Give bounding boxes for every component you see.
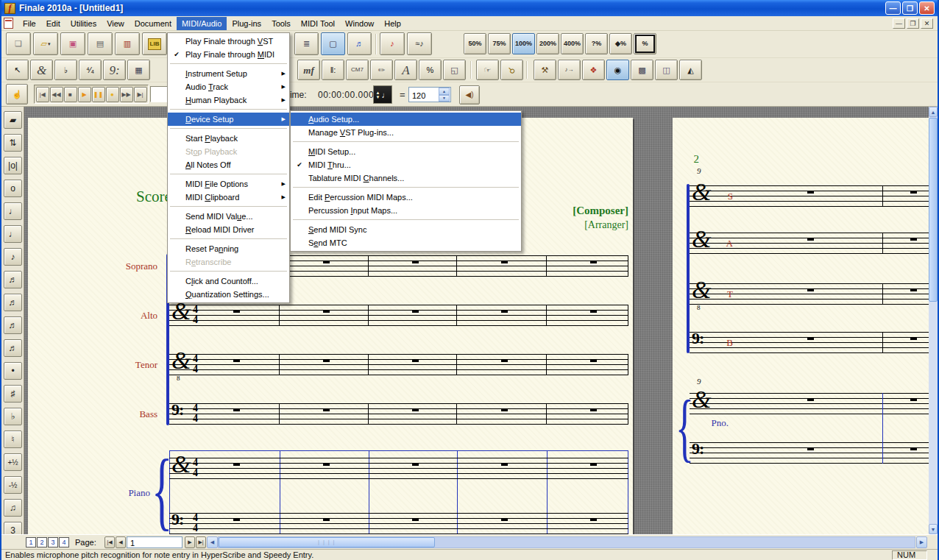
- text-tool[interactable]: A: [394, 60, 417, 80]
- half-note-button[interactable]: ♩: [4, 202, 22, 220]
- menu-item-human-playback[interactable]: Human Playback▶: [168, 93, 289, 107]
- pause-button[interactable]: ❚❚: [92, 87, 105, 102]
- submenu-item-tablature-midi-channels[interactable]: Tablature MIDI Channels...: [291, 171, 521, 185]
- mdi-restore-button[interactable]: ❐: [907, 18, 919, 29]
- flat-button[interactable]: ♭: [4, 408, 22, 425]
- new-document-button[interactable]: ❏: [6, 32, 31, 55]
- menubar-item-midi-audio[interactable]: MIDI/Audio: [177, 17, 227, 30]
- hand-grabber-tool[interactable]: ☞: [476, 60, 499, 80]
- eraser-button[interactable]: ▰: [4, 111, 22, 129]
- zoom-tool[interactable]: ⚲: [500, 60, 523, 80]
- key-signature-tool[interactable]: ♭: [54, 60, 77, 80]
- print-button[interactable]: ▤: [88, 32, 113, 55]
- hscroll-right-button[interactable]: ▶: [916, 536, 927, 548]
- menu-item-reload-midi-driver[interactable]: Reload MIDI Driver: [168, 223, 289, 236]
- vertical-scrollbar[interactable]: ▲ ▼: [929, 107, 938, 534]
- zoom-100-button[interactable]: 100%: [512, 33, 535, 54]
- whole-note-button[interactable]: o: [4, 180, 22, 197]
- speaker-button[interactable]: ◀): [459, 85, 480, 104]
- save-button[interactable]: ▣: [60, 32, 85, 55]
- repitch-button[interactable]: ⇅: [4, 134, 22, 152]
- hscroll-left-button[interactable]: ◀: [207, 536, 218, 548]
- previous-page-button[interactable]: ◀: [116, 536, 126, 548]
- menubar-item-edit[interactable]: Edit: [41, 17, 65, 30]
- menu-item-midi-clipboard[interactable]: MIDI Clipboard▶: [168, 191, 289, 204]
- page-layout-tool[interactable]: ◱: [443, 60, 466, 80]
- zoom-75-button[interactable]: 75%: [488, 33, 511, 54]
- quarter-note-button[interactable]: ♩: [4, 225, 22, 243]
- open-dropdown-caret-icon[interactable]: ▾: [48, 41, 51, 47]
- tempo-up-button[interactable]: ▲: [439, 88, 450, 95]
- fast-forward-button[interactable]: ▶▶: [120, 87, 133, 102]
- menubar-item-window[interactable]: Window: [340, 17, 379, 30]
- zoom-previous-button[interactable]: ◆%: [609, 33, 632, 54]
- tempo-note-arrows-icon[interactable]: ▲▼: [376, 91, 380, 99]
- menu-item-play-finale-through-vst[interactable]: Play Finale through VST: [168, 35, 289, 48]
- submenu-item-send-mtc[interactable]: Send MTC: [291, 236, 521, 249]
- clef-tool[interactable]: 9:: [103, 60, 126, 80]
- last-page-button[interactable]: ▶|: [196, 536, 206, 548]
- mdi-close-button[interactable]: ✕: [921, 18, 933, 29]
- hyperscribe-tool[interactable]: ☝: [6, 84, 28, 104]
- measure-tool[interactable]: ▦: [127, 60, 150, 80]
- tempo-tool[interactable]: ◭: [679, 60, 702, 80]
- first-page-button[interactable]: |◀: [104, 536, 115, 548]
- graphics-tool[interactable]: ❖: [582, 60, 605, 80]
- apply-human-playback-button[interactable]: ♪: [380, 32, 405, 55]
- menubar-item-tools[interactable]: Tools: [266, 17, 296, 30]
- chord-tool[interactable]: CM7: [346, 60, 369, 80]
- page-view-button[interactable]: ▢: [321, 32, 345, 55]
- zoom-200-button[interactable]: 200%: [536, 33, 559, 54]
- submenu-item-edit-percussion-midi-maps[interactable]: Edit Percussion MIDI Maps...: [291, 191, 521, 204]
- menu-item-all-notes-off[interactable]: All Notes Off: [168, 158, 289, 171]
- zoom-400-button[interactable]: 400%: [561, 33, 584, 54]
- tempo-input[interactable]: [409, 88, 439, 102]
- rewind-button[interactable]: ◀◀: [50, 87, 63, 102]
- move-to-start-button[interactable]: |◀: [36, 87, 49, 102]
- menubar-item-utilities[interactable]: Utilities: [65, 17, 102, 30]
- studio-view-button[interactable]: ♬: [347, 32, 372, 55]
- document-icon[interactable]: [4, 18, 13, 29]
- submenu-item-send-midi-sync[interactable]: Send MIDI Sync: [291, 223, 521, 236]
- submenu-item-audio-setup[interactable]: Audio Setup...: [291, 113, 521, 126]
- tie-button[interactable]: ♫: [4, 499, 22, 517]
- layer-button-1[interactable]: 1: [26, 537, 36, 547]
- library-button[interactable]: LIB: [142, 32, 167, 55]
- scroll-up-button[interactable]: ▲: [929, 107, 938, 117]
- lower-half-step-button[interactable]: -½: [4, 476, 22, 494]
- restore-button[interactable]: ❐: [902, 1, 918, 15]
- raise-half-step-button[interactable]: +½: [4, 453, 22, 471]
- staff-tool[interactable]: &: [30, 60, 53, 80]
- menu-item-retranscribe[interactable]: Retranscribe: [168, 255, 289, 269]
- scroll-down-button[interactable]: ▼: [929, 524, 938, 534]
- menu-item-audio-track[interactable]: Audio Track▶: [168, 80, 289, 93]
- submenu-item-midi-thru[interactable]: ✔MIDI Thru...: [291, 158, 521, 171]
- mirror-tool[interactable]: ◫: [655, 60, 678, 80]
- play-button[interactable]: ▶: [78, 87, 91, 102]
- submenu-item-manage-vst-plug-ins[interactable]: Manage VST Plug-ins...: [291, 126, 521, 139]
- scroll-view-button[interactable]: ≣: [294, 32, 319, 55]
- expression-tool[interactable]: mf: [297, 60, 320, 80]
- tuplet-button[interactable]: 3: [4, 522, 22, 534]
- hundred-twenty-eighth-note-button[interactable]: ♬: [4, 339, 22, 357]
- grace-note-button[interactable]: |o|: [4, 157, 22, 174]
- page-2[interactable]: 2 9 9 &S&A&8T9:B&9:{Pno.: [673, 118, 932, 534]
- layer-button-3[interactable]: 3: [48, 537, 58, 547]
- menu-item-send-midi-value[interactable]: Send MIDI Value...: [168, 210, 289, 223]
- record-button[interactable]: ●: [106, 87, 119, 102]
- submenu-item-percussion-input-maps[interactable]: Percussion Input Maps...: [291, 204, 521, 217]
- zoom-custom-button[interactable]: ?%: [585, 33, 608, 54]
- eighth-note-button[interactable]: ♪: [4, 248, 22, 266]
- selection-tool[interactable]: ↖: [6, 60, 29, 80]
- menu-item-stop-playback[interactable]: Stop Playback: [168, 145, 289, 158]
- mdi-minimize-button[interactable]: —: [893, 18, 905, 29]
- smart-shape-tool[interactable]: ✏: [370, 60, 393, 80]
- menu-item-device-setup[interactable]: Device Setup▶: [168, 113, 289, 126]
- human-playback-prefs-button[interactable]: ≈♪: [407, 32, 432, 55]
- horizontal-scroll-thumb[interactable]: ❘❘❘❘: [219, 537, 435, 547]
- minimize-button[interactable]: —: [885, 1, 901, 15]
- open-button[interactable]: ▱▾: [33, 32, 58, 55]
- special-tools-tool[interactable]: ⚒: [534, 60, 556, 80]
- close-button[interactable]: ✕: [919, 1, 935, 15]
- menu-item-start-playback[interactable]: Start Playback: [168, 132, 289, 145]
